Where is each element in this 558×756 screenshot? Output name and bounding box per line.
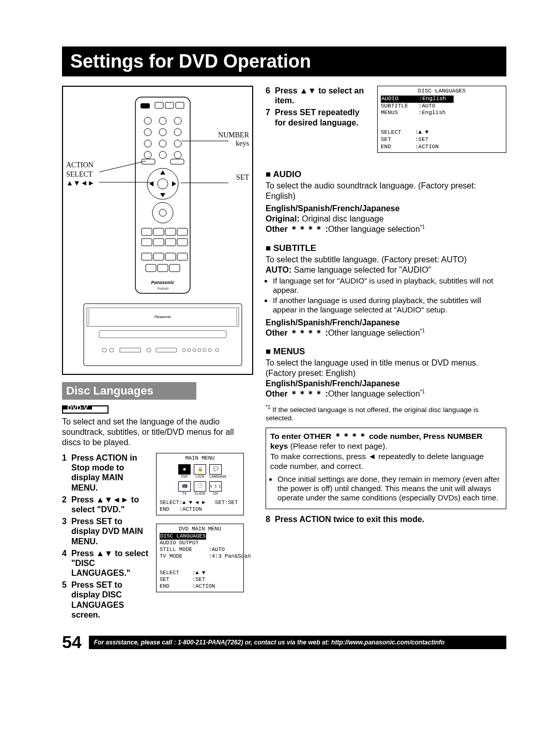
- step-5: 5Press SET to display DISC LANGUAGES scr…: [62, 580, 150, 620]
- footnote: *1 If the selected language is not offer…: [266, 404, 506, 422]
- osd-icon-ch: 5 3 1: [209, 481, 222, 492]
- audio-original-desc: Original disc language: [300, 214, 384, 223]
- osd-title: DISC LANGUAGES: [378, 86, 506, 96]
- osd-icon-dvd: ◉: [178, 464, 191, 475]
- subtitle-other-label: Other ＊＊＊＊ :: [266, 328, 328, 337]
- callout-number: NUMBER: [218, 131, 249, 139]
- badge-dvdv-wrap: DVD-V: [62, 405, 109, 414]
- osd-title: MAIN MENU: [157, 453, 243, 462]
- callout-set: SET: [236, 174, 249, 182]
- osd-icon-clock: 🕒: [194, 481, 206, 492]
- remote-diagram: ACTION SELECT ▲▼◄► NUMBER keys SET: [62, 86, 253, 375]
- callout-arrows-icon: ▲▼◄►: [66, 179, 95, 187]
- enter-other-box: To enter OTHER ＊＊＊＊ code number, Press N…: [266, 428, 506, 509]
- osd-icon-lock: 🔒: [194, 464, 206, 475]
- callout-action: ACTION: [66, 161, 94, 169]
- subtitle-bullets: If language set for "AUDIO" is used in p…: [266, 276, 506, 314]
- osd-icon-language: 💬: [209, 464, 222, 475]
- page-number: 54: [62, 632, 82, 652]
- step-3: 3Press SET to display DVD MAIN MENU.: [62, 516, 150, 546]
- audio-other-label: Other ＊＊＊＊ :: [266, 225, 328, 234]
- osd-dvd-main-menu: DVD MAIN MENU DISC LANGUAGES AUDIO OUTPU…: [156, 524, 244, 592]
- arrows-icon: ▲▼: [300, 86, 316, 95]
- arrows-icon: ▲▼: [96, 549, 113, 558]
- osd-main-menu: MAIN MENU ◉ 🔒 💬 DVDLOCKLANGUAGE 📺 🕒 5 3 …: [156, 453, 244, 515]
- enter-other-bullet: Once initial settings are done, they rem…: [277, 475, 502, 502]
- menus-desc: To select the language used in title men…: [266, 358, 506, 379]
- svg-text:TV/DVD: TV/DVD: [157, 287, 169, 290]
- subtitle-bullet-1: If language set for "AUDIO" is used in p…: [273, 276, 506, 295]
- audio-langs: English/Spanish/French/Japanese: [266, 204, 400, 213]
- heading-subtitle: SUBTITLE: [266, 243, 506, 254]
- subtitle-langs: English/Spanish/French/Japanese: [266, 318, 400, 327]
- subtitle-other-desc: Other language selection: [328, 328, 420, 337]
- step-2: 2Press ▲▼◄► to select "DVD.": [62, 495, 150, 514]
- footnote-ref: *1: [420, 224, 425, 230]
- audio-desc: To select the audio soundtrack language.…: [266, 181, 506, 201]
- osd-title: DVD MAIN MENU: [157, 524, 243, 533]
- menus-other-label: Other ＊＊＊＊ :: [266, 389, 328, 398]
- left-arrow-icon: ◄: [368, 452, 376, 461]
- osd-disc-languages: DISC LANGUAGES AUDIO :English SUBTITLE :…: [377, 86, 506, 153]
- svg-text:Panasonic: Panasonic: [154, 315, 172, 319]
- subtitle-auto-label: AUTO:: [266, 265, 291, 274]
- svg-rect-44: [84, 304, 242, 366]
- heading-audio: AUDIO: [266, 169, 506, 180]
- footer-bar: For assistance, please call : 1-800-211-…: [89, 636, 506, 649]
- menus-other-desc: Other language selection: [328, 389, 420, 398]
- menus-langs: English/Spanish/French/Japanese: [266, 379, 400, 388]
- subtitle-desc: To select the subtitle language. (Factor…: [266, 255, 506, 265]
- step-7: 7Press SET repeatedly for desired langua…: [266, 107, 371, 127]
- audio-original-label: Original:: [266, 214, 300, 223]
- arrows-icon: ▲▼◄►: [96, 495, 129, 504]
- step-6: 6Press ▲▼ to select an item.: [266, 86, 371, 105]
- page-title: Settings for DVD Operation: [62, 46, 506, 76]
- intro-text: To select and set the language of the au…: [62, 417, 253, 448]
- svg-rect-1: [141, 103, 150, 108]
- section-disc-languages: Disc Languages: [62, 382, 196, 400]
- footnote-ref: *1: [420, 389, 425, 395]
- footnote-ref: *1: [420, 328, 425, 334]
- step-4: 4Press ▲▼ to select "DISC LANGUAGES.": [62, 548, 150, 578]
- step-8: 8Press ACTION twice to exit this mode.: [266, 514, 506, 524]
- badge-dvdv: DVD-V: [63, 406, 92, 410]
- svg-text:Panasonic: Panasonic: [151, 280, 174, 285]
- step-1: 1Press ACTION in Stop mode to display MA…: [62, 453, 150, 493]
- subtitle-bullet-2: If another language is used during playb…: [273, 296, 506, 314]
- callout-keys: keys: [236, 139, 249, 148]
- heading-menus: MENUS: [266, 346, 506, 357]
- callout-select: SELECT: [66, 170, 92, 179]
- subtitle-auto-desc: Same language selected for "AUDIO": [291, 265, 431, 274]
- audio-other-desc: Other language selection: [328, 225, 420, 234]
- osd-icon-tv: 📺: [178, 481, 191, 492]
